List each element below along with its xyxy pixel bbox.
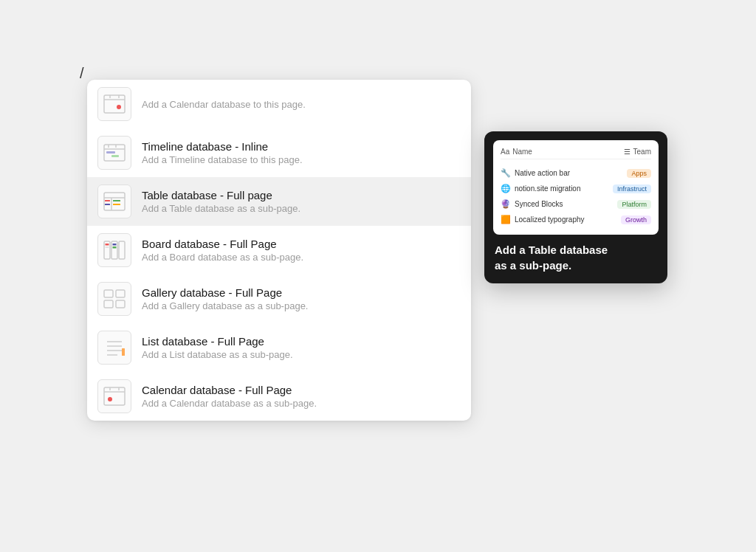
preview-row-1-emoji: 🔧 [501, 168, 511, 178]
svg-rect-26 [116, 290, 125, 297]
preview-row-2-badge: Infrastruct [613, 184, 651, 193]
svg-rect-15 [113, 200, 120, 201]
table-fullpage-text: Table database - Full page Add a Table d… [142, 189, 300, 214]
list-fullpage-icon [97, 331, 131, 365]
preview-row-2: 🌐 notion.site migration Infrastruct [501, 181, 651, 196]
svg-rect-25 [104, 290, 113, 297]
gallery-fullpage-text: Gallery database - Full Page Add a Galle… [142, 286, 308, 311]
preview-row-1-badge: Apps [627, 169, 651, 178]
svg-rect-27 [104, 300, 113, 308]
preview-row-3-emoji: 🔮 [501, 199, 511, 209]
svg-rect-34 [104, 387, 125, 405]
timeline-inline-item[interactable]: Timeline database - Inline Add a Timelin… [87, 128, 471, 177]
preview-row-2-name: 🌐 notion.site migration [501, 184, 581, 193]
command-menu: Add a Calendar database to this page. Ti… [87, 80, 471, 421]
list-icon: ☰ [624, 148, 630, 156]
svg-rect-7 [106, 151, 115, 153]
board-fullpage-title: Board database - Full Page [142, 238, 303, 250]
preview-row-4-emoji: 🟧 [501, 215, 511, 224]
tooltip-preview: Aa Name ☰ Team 🔧 Native action bar Apps … [493, 140, 659, 235]
svg-rect-33 [122, 348, 125, 356]
svg-rect-20 [119, 241, 125, 259]
svg-rect-0 [104, 95, 125, 113]
list-fullpage-title: List database - Full Page [142, 335, 293, 348]
svg-rect-17 [113, 204, 120, 205]
preview-row-4-name: 🟧 Localized typography [501, 215, 585, 224]
calendar-inline-icon [97, 87, 131, 121]
calendar-fullpage-icon [97, 379, 131, 413]
preview-row-1-name: 🔧 Native action bar [501, 168, 570, 178]
preview-row-3-badge: Platform [617, 200, 651, 209]
calendar-inline-text: Add a Calendar database to this page. [142, 99, 306, 110]
tooltip-description: Add a Table database as a sub-page. [484, 235, 667, 283]
calendar-fullpage-text: Calendar database - Full Page Add a Cale… [142, 384, 317, 409]
svg-point-4 [117, 105, 121, 109]
table-fullpage-icon [97, 184, 131, 218]
svg-rect-14 [105, 200, 110, 201]
preview-col-team: ☰ Team [624, 148, 651, 156]
preview-row-4: 🟧 Localized typography Growth [501, 212, 651, 227]
preview-col-name: Aa Name [501, 148, 532, 156]
timeline-inline-icon [97, 136, 131, 170]
cursor-indicator: / [80, 65, 84, 82]
calendar-fullpage-item[interactable]: Calendar database - Full Page Add a Cale… [87, 372, 471, 421]
table-fullpage-item[interactable]: Table database - Full page Add a Table d… [87, 177, 471, 226]
preview-row-1: 🔧 Native action bar Apps [501, 165, 651, 181]
svg-rect-21 [106, 244, 109, 246]
preview-row-3-name: 🔮 Synced Blocks [501, 199, 563, 209]
calendar-fullpage-title: Calendar database - Full Page [142, 384, 317, 396]
svg-point-38 [108, 397, 112, 401]
calendar-inline-desc: Add a Calendar database to this page. [142, 99, 306, 110]
list-fullpage-text: List database - Full Page Add a List dat… [142, 335, 293, 360]
preview-header: Aa Name ☰ Team [501, 148, 651, 159]
board-fullpage-item[interactable]: Board database - Full Page Add a Board d… [87, 226, 471, 275]
svg-rect-22 [113, 244, 117, 246]
gallery-fullpage-desc: Add a Gallery database as a sub-page. [142, 300, 308, 311]
gallery-fullpage-item[interactable]: Gallery database - Full Page Add a Galle… [87, 275, 471, 323]
svg-rect-28 [116, 300, 125, 308]
tooltip-card: Aa Name ☰ Team 🔧 Native action bar Apps … [484, 131, 667, 283]
list-fullpage-item[interactable]: List database - Full Page Add a List dat… [87, 323, 471, 372]
list-fullpage-desc: Add a List database as a sub-page. [142, 349, 293, 360]
preview-row-2-emoji: 🌐 [501, 184, 511, 193]
text-icon: Aa [501, 148, 509, 156]
board-fullpage-desc: Add a Board database as a sub-page. [142, 252, 303, 263]
preview-row-3: 🔮 Synced Blocks Platform [501, 196, 651, 212]
timeline-inline-desc: Add a Timeline database to this page. [142, 154, 303, 165]
calendar-inline-item[interactable]: Add a Calendar database to this page. [87, 80, 471, 128]
svg-rect-16 [105, 204, 110, 205]
board-fullpage-icon [97, 233, 131, 267]
svg-rect-8 [111, 155, 119, 157]
gallery-fullpage-title: Gallery database - Full Page [142, 286, 308, 299]
timeline-inline-text: Timeline database - Inline Add a Timelin… [142, 140, 303, 165]
table-fullpage-title: Table database - Full page [142, 189, 300, 201]
preview-row-4-badge: Growth [621, 215, 651, 224]
board-fullpage-text: Board database - Full Page Add a Board d… [142, 238, 303, 263]
table-fullpage-desc: Add a Table database as a sub-page. [142, 203, 300, 214]
calendar-fullpage-desc: Add a Calendar database as a sub-page. [142, 398, 317, 409]
timeline-inline-title: Timeline database - Inline [142, 140, 303, 153]
svg-rect-23 [113, 246, 117, 249]
gallery-fullpage-icon [97, 282, 131, 316]
